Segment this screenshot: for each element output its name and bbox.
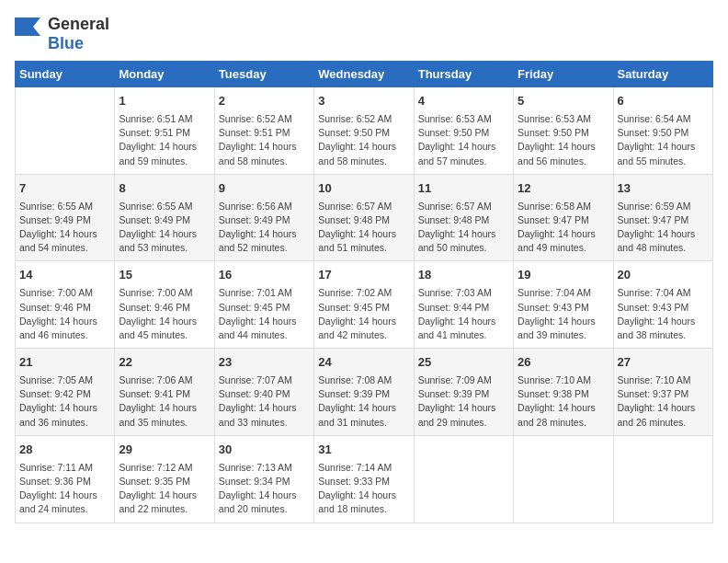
- day-number: 20: [618, 267, 709, 284]
- calendar-cell: 13Sunrise: 6:59 AMSunset: 9:47 PMDayligh…: [613, 174, 712, 261]
- calendar-cell: 25Sunrise: 7:09 AMSunset: 9:39 PMDayligh…: [414, 349, 513, 436]
- calendar-header: SundayMondayTuesdayWednesdayThursdayFrid…: [16, 62, 713, 87]
- calendar-week-1: 1Sunrise: 6:51 AMSunset: 9:51 PMDaylight…: [16, 87, 713, 175]
- logo: GeneralBlue: [15, 15, 109, 53]
- day-info: Sunrise: 6:51 AMSunset: 9:51 PMDaylight:…: [119, 113, 197, 167]
- day-number: 2: [219, 93, 310, 110]
- calendar-cell: 1Sunrise: 6:51 AMSunset: 9:51 PMDaylight…: [115, 87, 214, 175]
- day-info: Sunrise: 6:54 AMSunset: 9:50 PMDaylight:…: [618, 113, 696, 167]
- calendar-week-5: 28Sunrise: 7:11 AMSunset: 9:36 PMDayligh…: [16, 435, 713, 523]
- calendar-cell: 17Sunrise: 7:02 AMSunset: 9:45 PMDayligh…: [314, 261, 414, 349]
- calendar-cell: 9Sunrise: 6:56 AMSunset: 9:49 PMDaylight…: [214, 174, 313, 261]
- day-number: 8: [119, 180, 210, 198]
- day-number: 26: [518, 354, 609, 372]
- day-number: 14: [19, 267, 110, 284]
- calendar-cell: 21Sunrise: 7:05 AMSunset: 9:42 PMDayligh…: [16, 349, 115, 436]
- calendar-week-4: 21Sunrise: 7:05 AMSunset: 9:42 PMDayligh…: [16, 349, 713, 436]
- day-number: 12: [518, 180, 609, 198]
- calendar-cell: 3Sunrise: 6:52 AMSunset: 9:50 PMDaylight…: [314, 87, 414, 175]
- day-number: 5: [518, 93, 609, 110]
- header-day-friday: Friday: [514, 62, 613, 87]
- day-info: Sunrise: 7:10 AMSunset: 9:37 PMDaylight:…: [618, 374, 696, 428]
- day-number: 29: [119, 442, 210, 459]
- day-info: Sunrise: 7:09 AMSunset: 9:39 PMDaylight:…: [418, 374, 496, 428]
- day-info: Sunrise: 7:14 AMSunset: 9:33 PMDaylight:…: [318, 462, 396, 515]
- day-number: 10: [318, 180, 409, 198]
- day-info: Sunrise: 7:06 AMSunset: 9:41 PMDaylight:…: [119, 374, 197, 428]
- day-info: Sunrise: 7:03 AMSunset: 9:44 PMDaylight:…: [418, 287, 496, 340]
- header-day-saturday: Saturday: [613, 62, 712, 87]
- day-info: Sunrise: 6:57 AMSunset: 9:48 PMDaylight:…: [418, 201, 496, 254]
- day-info: Sunrise: 6:57 AMSunset: 9:48 PMDaylight:…: [318, 201, 396, 254]
- day-number: 15: [119, 267, 210, 284]
- calendar-cell: 7Sunrise: 6:55 AMSunset: 9:49 PMDaylight…: [16, 174, 115, 261]
- logo-blue: Blue: [48, 34, 84, 52]
- day-info: Sunrise: 7:04 AMSunset: 9:43 PMDaylight:…: [518, 287, 596, 340]
- day-info: Sunrise: 7:12 AMSunset: 9:35 PMDaylight:…: [119, 462, 197, 515]
- calendar-week-3: 14Sunrise: 7:00 AMSunset: 9:46 PMDayligh…: [16, 261, 713, 349]
- calendar-cell: 19Sunrise: 7:04 AMSunset: 9:43 PMDayligh…: [514, 261, 613, 349]
- day-number: 22: [119, 354, 210, 372]
- calendar-cell: 28Sunrise: 7:11 AMSunset: 9:36 PMDayligh…: [16, 435, 115, 523]
- day-number: 24: [318, 354, 409, 372]
- day-number: 19: [518, 267, 609, 284]
- calendar-body: 1Sunrise: 6:51 AMSunset: 9:51 PMDaylight…: [16, 87, 713, 523]
- day-number: 21: [19, 354, 110, 372]
- calendar-cell: 6Sunrise: 6:54 AMSunset: 9:50 PMDaylight…: [613, 87, 712, 175]
- calendar-cell: 15Sunrise: 7:00 AMSunset: 9:46 PMDayligh…: [115, 261, 214, 349]
- day-info: Sunrise: 6:55 AMSunset: 9:49 PMDaylight:…: [119, 201, 197, 254]
- day-number: 11: [418, 180, 509, 198]
- calendar-cell: 29Sunrise: 7:12 AMSunset: 9:35 PMDayligh…: [115, 435, 214, 523]
- calendar-cell: 22Sunrise: 7:06 AMSunset: 9:41 PMDayligh…: [115, 349, 214, 436]
- day-info: Sunrise: 7:04 AMSunset: 9:43 PMDaylight:…: [618, 287, 696, 340]
- header-day-tuesday: Tuesday: [214, 62, 313, 87]
- day-info: Sunrise: 6:58 AMSunset: 9:47 PMDaylight:…: [518, 201, 596, 254]
- calendar-cell: 31Sunrise: 7:14 AMSunset: 9:33 PMDayligh…: [314, 435, 414, 523]
- day-info: Sunrise: 7:07 AMSunset: 9:40 PMDaylight:…: [219, 374, 297, 428]
- day-number: 18: [418, 267, 509, 284]
- calendar-cell: 14Sunrise: 7:00 AMSunset: 9:46 PMDayligh…: [16, 261, 115, 349]
- day-number: 17: [318, 267, 409, 284]
- logo-flag-icon: [15, 17, 44, 51]
- day-number: 7: [19, 180, 110, 198]
- day-number: 1: [119, 93, 210, 110]
- header-day-monday: Monday: [115, 62, 214, 87]
- day-info: Sunrise: 7:00 AMSunset: 9:46 PMDaylight:…: [119, 287, 197, 340]
- day-number: 31: [318, 442, 409, 459]
- calendar-cell: [613, 435, 712, 523]
- svg-marker-0: [15, 17, 40, 36]
- calendar-cell: [16, 87, 115, 175]
- logo-general: General: [48, 15, 109, 33]
- calendar-cell: 23Sunrise: 7:07 AMSunset: 9:40 PMDayligh…: [214, 349, 313, 436]
- header-day-sunday: Sunday: [16, 62, 115, 87]
- day-number: 3: [318, 93, 409, 110]
- day-number: 27: [618, 354, 709, 372]
- day-number: 30: [219, 442, 310, 459]
- day-info: Sunrise: 6:56 AMSunset: 9:49 PMDaylight:…: [219, 201, 297, 254]
- day-number: 23: [219, 354, 310, 372]
- day-info: Sunrise: 6:59 AMSunset: 9:47 PMDaylight:…: [618, 201, 696, 254]
- day-info: Sunrise: 7:11 AMSunset: 9:36 PMDaylight:…: [19, 462, 97, 515]
- day-info: Sunrise: 7:13 AMSunset: 9:34 PMDaylight:…: [219, 462, 297, 515]
- day-info: Sunrise: 6:53 AMSunset: 9:50 PMDaylight:…: [518, 113, 596, 167]
- calendar-cell: 18Sunrise: 7:03 AMSunset: 9:44 PMDayligh…: [414, 261, 513, 349]
- calendar-cell: 26Sunrise: 7:10 AMSunset: 9:38 PMDayligh…: [514, 349, 613, 436]
- calendar-cell: 24Sunrise: 7:08 AMSunset: 9:39 PMDayligh…: [314, 349, 414, 436]
- day-info: Sunrise: 6:52 AMSunset: 9:51 PMDaylight:…: [219, 113, 297, 167]
- day-info: Sunrise: 7:02 AMSunset: 9:45 PMDaylight:…: [318, 287, 396, 340]
- calendar-cell: 11Sunrise: 6:57 AMSunset: 9:48 PMDayligh…: [414, 174, 513, 261]
- calendar-week-2: 7Sunrise: 6:55 AMSunset: 9:49 PMDaylight…: [16, 174, 713, 261]
- calendar-cell: 20Sunrise: 7:04 AMSunset: 9:43 PMDayligh…: [613, 261, 712, 349]
- day-number: 28: [19, 442, 110, 459]
- logo-text: GeneralBlue: [48, 15, 109, 53]
- day-info: Sunrise: 7:05 AMSunset: 9:42 PMDaylight:…: [19, 374, 97, 428]
- header-day-thursday: Thursday: [414, 62, 513, 87]
- calendar-cell: 16Sunrise: 7:01 AMSunset: 9:45 PMDayligh…: [214, 261, 313, 349]
- day-number: 16: [219, 267, 310, 284]
- calendar-cell: 4Sunrise: 6:53 AMSunset: 9:50 PMDaylight…: [414, 87, 513, 175]
- calendar-cell: 30Sunrise: 7:13 AMSunset: 9:34 PMDayligh…: [214, 435, 313, 523]
- calendar-cell: 10Sunrise: 6:57 AMSunset: 9:48 PMDayligh…: [314, 174, 414, 261]
- day-number: 13: [618, 180, 709, 198]
- page-header: GeneralBlue: [15, 15, 713, 53]
- day-number: 9: [219, 180, 310, 198]
